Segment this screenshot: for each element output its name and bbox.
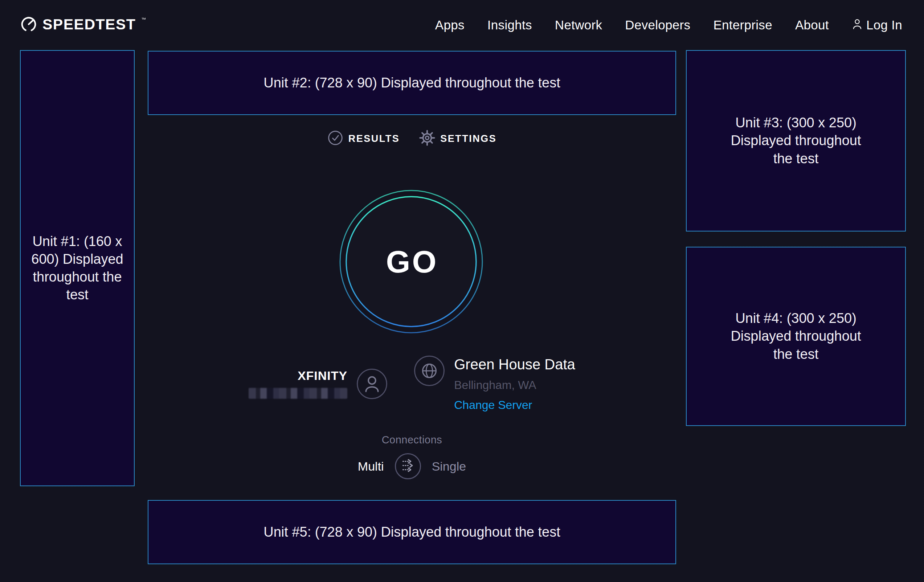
multi-arrows-icon xyxy=(400,458,416,475)
change-server-link[interactable]: Change Server xyxy=(454,398,532,412)
isp-block: XFINITY xyxy=(249,356,387,412)
tab-results-label: RESULTS xyxy=(348,133,400,144)
logo-text: SPEEDTEST xyxy=(43,16,136,33)
server-block: Green House Data Bellingham, WA Change S… xyxy=(414,356,575,412)
ip-address-redacted xyxy=(249,388,347,399)
logo-trademark: ™ xyxy=(141,17,146,22)
speedtest-logo[interactable]: SPEEDTEST ™ xyxy=(20,16,146,34)
server-location: Bellingham, WA xyxy=(454,378,536,392)
nav-item-apps[interactable]: Apps xyxy=(435,18,465,32)
tab-settings-label: SETTINGS xyxy=(440,133,497,144)
speedometer-icon xyxy=(20,16,37,34)
isp-name: XFINITY xyxy=(298,369,347,383)
ad-unit-4[interactable]: Unit #4: (300 x 250) Displayed throughou… xyxy=(686,247,906,426)
ad-unit-1-text: Unit #1: (160 x 600) Displayed throughou… xyxy=(30,232,125,304)
speedtest-page: SPEEDTEST ™ Apps Insights Network Develo… xyxy=(0,0,924,582)
connection-meta: XFINITY Green House Data Bellin xyxy=(148,356,676,412)
connections-label: Connections xyxy=(382,434,442,446)
nav-item-enterprise[interactable]: Enterprise xyxy=(713,18,772,32)
ad-unit-5[interactable]: Unit #5: (728 x 90) Displayed throughout… xyxy=(148,500,676,564)
tab-results[interactable]: RESULTS xyxy=(327,130,400,147)
main-nav: Apps Insights Network Developers Enterpr… xyxy=(435,18,902,32)
nav-item-insights[interactable]: Insights xyxy=(487,18,532,32)
ad-unit-1[interactable]: Unit #1: (160 x 600) Displayed throughou… xyxy=(20,50,135,486)
nav-item-network[interactable]: Network xyxy=(555,18,602,32)
nav-item-developers[interactable]: Developers xyxy=(625,18,690,32)
nav-item-about[interactable]: About xyxy=(795,18,829,32)
view-tabs: RESULTS xyxy=(148,130,676,147)
user-icon xyxy=(852,18,863,32)
top-nav-bar: SPEEDTEST ™ Apps Insights Network Develo… xyxy=(0,0,924,50)
gear-icon xyxy=(419,130,435,147)
go-button[interactable]: GO xyxy=(338,189,484,334)
globe-icon[interactable] xyxy=(414,356,445,386)
login-label: Log In xyxy=(866,18,902,32)
user-avatar-icon[interactable] xyxy=(357,369,387,399)
go-button-label: GO xyxy=(338,189,484,334)
ad-unit-2[interactable]: Unit #2: (728 x 90) Displayed throughout… xyxy=(148,51,676,115)
ad-unit-2-text: Unit #2: (728 x 90) Displayed throughout… xyxy=(264,74,560,92)
connections-section: Connections Multi Single xyxy=(148,434,676,479)
tab-settings[interactable]: SETTINGS xyxy=(419,130,497,147)
ad-unit-5-text: Unit #5: (728 x 90) Displayed throughout… xyxy=(264,523,560,541)
login-button[interactable]: Log In xyxy=(852,18,902,32)
check-circle-icon xyxy=(327,130,343,147)
connection-mode-single[interactable]: Single xyxy=(432,459,466,473)
connection-mode-multi[interactable]: Multi xyxy=(358,459,384,473)
ad-unit-4-text: Unit #4: (300 x 250) Displayed throughou… xyxy=(721,310,870,363)
ad-unit-3[interactable]: Unit #3: (300 x 250) Displayed throughou… xyxy=(686,50,906,231)
server-name: Green House Data xyxy=(454,356,575,373)
ad-unit-3-text: Unit #3: (300 x 250) Displayed throughou… xyxy=(721,114,870,167)
connection-mode-toggle[interactable] xyxy=(395,453,421,479)
